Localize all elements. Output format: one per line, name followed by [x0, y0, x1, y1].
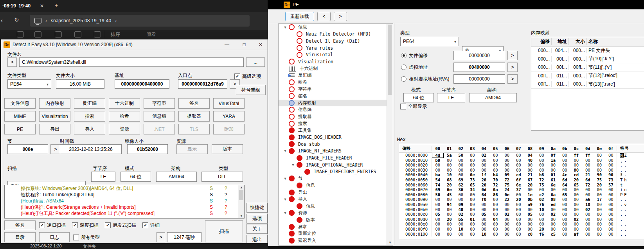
- hex-row[interactable]: 0000:00805045000064860e001ec26a650000000…: [399, 192, 644, 197]
- nav-button-pe[interactable]: PE: [4, 124, 36, 134]
- tab-close-icon[interactable]: ✕: [38, 2, 45, 9]
- nav-forward-button[interactable]: >: [334, 12, 347, 21]
- tree-item-提取器[interactable]: 提取器: [279, 113, 393, 120]
- radio-虚拟地址[interactable]: [401, 64, 407, 70]
- nav-button-文件信息[interactable]: 文件信息: [4, 98, 36, 109]
- scan-result-row[interactable]: (Heur)保护: Generic[Strange sections + Inv…: [5, 204, 244, 210]
- rename-icon[interactable]: [55, 31, 62, 38]
- log-button[interactable]: 日志: [39, 232, 70, 242]
- nav-button-virustotal[interactable]: VirusTotal: [213, 98, 245, 109]
- scan-result-row[interactable]: 操作系统: Windows(Server 2003)[AMD64, 64 位, …: [5, 185, 244, 192]
- tree-item-VirusTotal[interactable]: VirusTotal: [279, 51, 393, 58]
- tree-item-重新定位[interactable]: 重新定位: [279, 230, 393, 237]
- tree-item-IMAGE_DIRECTORY_ENTRIES[interactable]: IMAGE_DIRECTORY_ENTRIES: [279, 168, 393, 175]
- memmap-row[interactable]: 00ff...01f...000...节(12)['.reloc']: [531, 72, 644, 81]
- browse-button[interactable]: ...: [246, 57, 265, 67]
- tree-scrollbar[interactable]: ▼: [387, 24, 393, 245]
- checkbox-启发式扫描[interactable]: ✓启发式扫描: [105, 222, 136, 229]
- memmap-col-header[interactable]: 大小: [569, 38, 587, 45]
- file-type-select[interactable]: PE64: [7, 79, 51, 89]
- hex-view[interactable]: 偏移000102030405060708090a0b0c0d0e0f符号 000…: [399, 144, 644, 240]
- tree-item-哈希[interactable]: 哈希: [279, 79, 393, 86]
- radio-相对虚拟地址(RVA)[interactable]: [401, 76, 407, 82]
- memmap-row[interactable]: 00ff...01f...000...节(13)['.rsrc']: [531, 80, 644, 89]
- show-all-checkbox[interactable]: 全部显示: [400, 103, 427, 110]
- offset-value-虚拟地址[interactable]: 00400000: [453, 63, 505, 72]
- nav-back-button[interactable]: <: [317, 12, 331, 21]
- die-title-bar[interactable]: De Detect It Easy v3.10 [Windows 10 Vers…: [1, 39, 268, 50]
- goto-button[interactable]: >: [507, 51, 518, 60]
- tree-item-IMAGE_OPTIONAL_HEADER[interactable]: ▼IMAGE_OPTIONAL_HEADER: [279, 161, 393, 168]
- browser-tab[interactable]: -08-19_19-40: [2, 3, 31, 9]
- nav-button-提取器[interactable]: 提取器: [178, 111, 210, 122]
- sections-goto-button[interactable]: >: [50, 144, 61, 154]
- scan-result-row[interactable]: 链接程序: Turbo Linker(8.0)[DLL64]S?: [5, 192, 244, 198]
- side-button-关于[interactable]: 关于: [246, 224, 268, 234]
- scroll-down-icon[interactable]: ▼: [240, 214, 243, 218]
- tree-item-导出[interactable]: 导出: [279, 189, 393, 196]
- scan-button[interactable]: 扫描: [205, 220, 243, 242]
- hex-row[interactable]: 0000:0010b80000000000000040001a000000000…: [399, 158, 644, 163]
- expander-icon[interactable]: ▼: [282, 197, 289, 201]
- pe-type-select[interactable]: PE64: [400, 37, 459, 46]
- file-path-input[interactable]: C:\Windows\System32\shell.dll: [19, 57, 244, 67]
- tree-item-异常[interactable]: 异常: [279, 223, 393, 230]
- back-icon[interactable]: ‹: [1, 17, 3, 23]
- radio-文件偏移[interactable]: [401, 53, 407, 58]
- share-icon[interactable]: [74, 31, 81, 38]
- tree-item-节[interactable]: ▼节: [279, 175, 393, 182]
- hex-row[interactable]: 0000:0040ba10000e1fb409cd21b8014ccd21909…: [399, 172, 644, 177]
- nav-button-导出[interactable]: 导出: [39, 124, 70, 134]
- tree-item-Dos stub[interactable]: Dos stub: [279, 141, 393, 148]
- tree-item-信息熵[interactable]: 信息熵: [279, 106, 393, 113]
- resources-version-button[interactable]: 版本: [212, 144, 243, 154]
- nav-button-搜索[interactable]: 搜索: [74, 111, 105, 122]
- checkbox-递归扫描[interactable]: ✓递归扫描: [39, 222, 66, 229]
- tree-item-Yara rules[interactable]: Yara rules: [279, 45, 393, 52]
- scrollbar-thumb[interactable]: [239, 190, 243, 200]
- goto-button[interactable]: >: [507, 74, 518, 84]
- hex-row[interactable]: 0000:0050546869732070726f6772616d206d757…: [399, 177, 644, 183]
- hex-row[interactable]: 0000:00c00500020005000200050002000000000…: [399, 212, 644, 217]
- copy-icon[interactable]: [34, 31, 41, 38]
- nav-button-.net[interactable]: .NET: [144, 124, 175, 134]
- expander-icon[interactable]: ▼: [290, 163, 297, 167]
- nav-button-内存映射[interactable]: 内存映射: [39, 98, 70, 109]
- entry-point-value[interactable]: 00000000012d76a9: [178, 79, 227, 89]
- memmap-col-header[interactable]: 偏移: [531, 38, 552, 45]
- nav-button-哈希[interactable]: 哈希: [109, 111, 140, 122]
- nav-button-附加[interactable]: 附加: [213, 124, 245, 134]
- address-bar[interactable]: › snapshot_2025-08-19_19-40 ›: [30, 15, 250, 27]
- offset-value-文件偏移[interactable]: 00000000: [453, 51, 505, 60]
- memmap-row[interactable]: 000...00f...000...节(10)['.k Y']: [531, 55, 644, 64]
- side-button-选项[interactable]: 选项: [246, 214, 268, 224]
- scan-result-row[interactable]: (Heur)语言: ASMx64S?: [5, 198, 244, 204]
- tree-item-反汇编[interactable]: 反汇编: [279, 72, 393, 79]
- tree-item-搜索[interactable]: 搜索: [279, 120, 393, 127]
- elapsed-goto-button[interactable]: >: [157, 232, 165, 242]
- directory-button[interactable]: 目录: [4, 232, 36, 242]
- tree-item-Detect It Easy (DiE)[interactable]: Detect It Easy (DiE): [279, 38, 393, 45]
- offset-value-相对虚拟地址(RVA)[interactable]: 00000000: [453, 74, 505, 84]
- nav-button-tls[interactable]: TLS: [178, 124, 210, 134]
- hex-row[interactable]: 0000:00f00000100000000000002000000000000…: [399, 227, 644, 232]
- memmap-col-header[interactable]: 地址: [552, 38, 569, 45]
- sort-button[interactable]: 排序: [111, 31, 120, 38]
- goto-button[interactable]: >: [507, 63, 518, 72]
- tree-item-签名[interactable]: 签名: [279, 93, 393, 100]
- hex-row[interactable]: 0000:00300000000000000000000000008000000…: [399, 168, 644, 173]
- results-scrollbar[interactable]: ▲ ▼: [238, 185, 244, 218]
- nav-button-导入[interactable]: 导入: [74, 124, 105, 134]
- expander-icon[interactable]: ▼: [282, 177, 289, 181]
- hex-row[interactable]: 0000:01000000000010000000c0f6c500af00000…: [399, 232, 644, 237]
- nav-button-yara[interactable]: YARA: [213, 111, 245, 122]
- tree-item-内存映射[interactable]: 内存映射: [279, 100, 393, 107]
- checkbox-详细[interactable]: ✓详细: [142, 222, 160, 229]
- cut-icon[interactable]: [17, 31, 24, 38]
- checkbox-深度扫描[interactable]: ✓深度扫描: [72, 222, 99, 229]
- expander-icon[interactable]: ▼: [282, 149, 289, 153]
- scan-result-row[interactable]: (Heur)打包工具: Packer detected[Section 11 (…: [5, 210, 244, 217]
- scroll-up-icon[interactable]: ▲: [240, 186, 243, 189]
- tree-item-Nauz File Detector (NFD)[interactable]: Nauz File Detector (NFD): [279, 31, 393, 38]
- maximize-icon[interactable]: □: [237, 39, 251, 50]
